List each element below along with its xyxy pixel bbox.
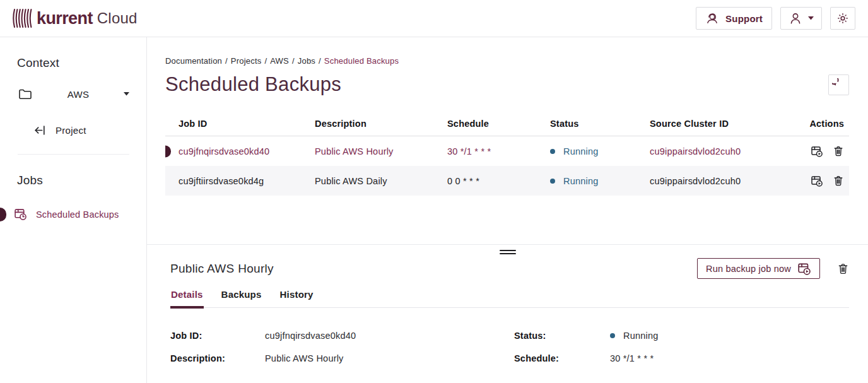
col-source-cluster-id: Source Cluster ID [650, 119, 794, 129]
breadcrumb-separator: / [319, 56, 321, 66]
col-schedule: Schedule [447, 119, 550, 129]
run-backup-icon [811, 175, 823, 187]
cell-source-cluster-id: cu9ippairsdvlod2cuh0 [650, 176, 794, 186]
spacer [165, 196, 849, 244]
cell-actions [794, 175, 849, 187]
scheduled-backup-icon [14, 208, 27, 221]
sidebar: Context AWS Project Jobs [0, 37, 147, 383]
cell-actions [794, 145, 849, 158]
status-label: Running [563, 146, 598, 156]
chevron-down-icon [124, 92, 129, 96]
panel-title: Public AWS Hourly [170, 262, 274, 276]
sun-icon [836, 11, 850, 25]
table-header-row: Job ID Description Schedule Status Sourc… [165, 111, 849, 136]
col-job-id: Job ID [165, 119, 315, 129]
breadcrumb-aws[interactable]: AWS [270, 56, 289, 66]
status-dot [610, 333, 615, 338]
scheduled-backups-label: Scheduled Backups [36, 209, 119, 220]
description-value: Public AWS Hourly [265, 353, 514, 363]
folder-icon [18, 86, 33, 102]
delete-job-button[interactable] [833, 145, 844, 158]
job-details: Job ID: cu9jfnqirsdvase0kd40 Status: Run… [170, 331, 849, 363]
header-actions: Support [696, 7, 855, 30]
run-backup-icon [811, 145, 823, 158]
back-to-project-button[interactable]: Project [33, 123, 86, 138]
breadcrumb-separator: / [225, 56, 228, 66]
chevron-down-icon [808, 16, 814, 20]
sidebar-divider [18, 154, 129, 155]
status-text: Running [623, 331, 658, 341]
job-id-label: Job ID: [170, 331, 265, 341]
kurrent-logo-icon [13, 7, 33, 30]
run-backup-icon [797, 262, 811, 276]
table-row[interactable]: cu9jftiirsdvase0kd4g Public AWS Daily 0 … [165, 166, 849, 196]
job-id-value: cu9jfnqirsdvase0kd40 [265, 331, 514, 341]
run-backup-action-button[interactable] [811, 145, 823, 158]
refresh-button[interactable] [828, 74, 849, 95]
main-content: Documentation/Projects/AWS/Jobs/Schedule… [147, 37, 868, 383]
user-menu-button[interactable] [780, 7, 822, 30]
context-heading: Context [17, 56, 146, 70]
status-label: Running [563, 176, 598, 186]
cell-source-cluster-id: cu9ippairsdvlod2cuh0 [650, 146, 794, 156]
description-label: Description: [170, 353, 265, 363]
tab-history[interactable]: History [279, 289, 314, 309]
schedule-label: Schedule: [514, 353, 610, 363]
run-backup-now-button[interactable]: Run backup job now [697, 258, 820, 279]
theme-toggle-button[interactable] [830, 7, 855, 30]
breadcrumb-separator: / [264, 56, 267, 66]
breadcrumb-projects[interactable]: Projects [231, 56, 262, 66]
logo-wordmark: kurrent [37, 9, 93, 28]
status-dot [550, 179, 555, 184]
breadcrumb-jobs[interactable]: Jobs [298, 56, 315, 66]
panel-tabs: Details Backups History [170, 289, 849, 308]
user-icon [789, 11, 802, 25]
run-backup-action-button[interactable] [811, 175, 823, 187]
detail-panel: Public AWS Hourly Run backup job now [147, 244, 868, 363]
breadcrumb-separator: / [292, 56, 295, 66]
breadcrumb: Documentation/Projects/AWS/Jobs/Schedule… [165, 56, 849, 66]
breadcrumb-current: Scheduled Backups [324, 56, 399, 66]
delete-job-button[interactable] [833, 175, 844, 187]
kurrent-cloud-logo: kurrent Cloud [13, 7, 138, 30]
active-item-marker [0, 208, 6, 221]
jobs-heading: Jobs [17, 174, 146, 187]
cell-schedule: 0 0 * * * [447, 176, 550, 186]
col-description: Description [315, 119, 447, 129]
breadcrumb-documentation[interactable]: Documentation [165, 56, 222, 66]
trash-icon [833, 145, 844, 157]
status-value: Running [610, 331, 849, 341]
trash-icon [833, 175, 844, 187]
cell-schedule: 30 */1 * * * [447, 146, 550, 156]
trash-icon [837, 262, 849, 275]
cell-description: Public AWS Daily [315, 176, 447, 186]
col-actions: Actions [794, 119, 849, 129]
back-arrow-icon [33, 123, 47, 138]
project-label: Project [56, 125, 86, 136]
sidebar-item-scheduled-backups[interactable]: Scheduled Backups [0, 203, 146, 226]
schedule-value: 30 */1 * * * [610, 353, 849, 363]
refresh-icon [832, 78, 845, 91]
run-button-label: Run backup job now [706, 264, 791, 274]
app-header: kurrent Cloud Support [0, 0, 868, 37]
support-button[interactable]: Support [696, 7, 772, 30]
context-value: AWS [67, 89, 90, 100]
status-label: Status: [514, 331, 610, 341]
context-selector[interactable]: AWS [18, 86, 129, 102]
panel-resize-handle[interactable] [500, 250, 516, 254]
table-row[interactable]: cu9jfnqirsdvase0kd40 Public AWS Hourly 3… [165, 136, 849, 166]
support-headset-icon [705, 11, 719, 25]
tab-details[interactable]: Details [170, 289, 204, 309]
logo-suffix: Cloud [97, 9, 138, 27]
delete-job-button[interactable] [837, 262, 849, 275]
page-title: Scheduled Backups [165, 71, 341, 97]
col-status: Status [550, 119, 650, 129]
jobs-table: Job ID Description Schedule Status Sourc… [165, 111, 849, 196]
cell-status: Running [550, 146, 650, 156]
tab-backups[interactable]: Backups [221, 289, 262, 309]
status-dot [550, 149, 555, 154]
support-label: Support [725, 13, 763, 24]
cell-description: Public AWS Hourly [315, 146, 447, 156]
cell-status: Running [550, 176, 650, 186]
cell-job-id: cu9jfnqirsdvase0kd40 [165, 146, 315, 156]
